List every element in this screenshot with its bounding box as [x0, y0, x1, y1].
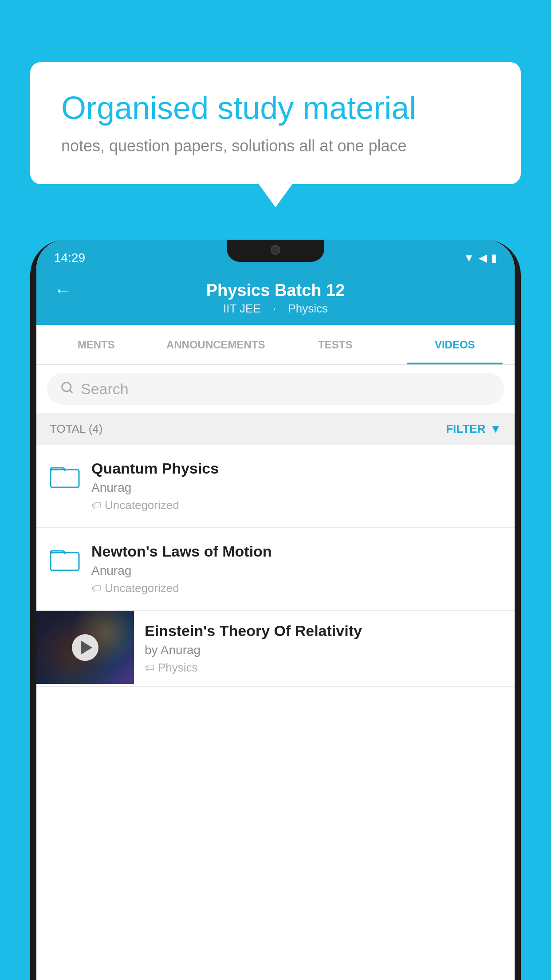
- svg-rect-2: [51, 470, 79, 487]
- bubble-title: Organised study material: [61, 89, 490, 127]
- content-list: Quantum Physics Anurag 🏷 Uncategorized: [36, 445, 515, 980]
- header-top: ← Physics Batch 12: [36, 281, 515, 300]
- filter-bar: TOTAL (4) FILTER ▼: [36, 413, 515, 445]
- search-box[interactable]: Search: [47, 373, 504, 405]
- folder-icon-1: [50, 462, 80, 490]
- phone-inner: 14:29 ▼ ◀ ▮ ← Physics Batch 12 IIT JEE ·…: [36, 240, 515, 980]
- item-author-2: Anurag: [91, 564, 501, 578]
- tab-ments[interactable]: MENTS: [36, 325, 156, 364]
- play-triangle-icon: [81, 640, 92, 655]
- speech-bubble: Organised study material notes, question…: [30, 62, 521, 184]
- tab-videos-label: VIDEOS: [435, 339, 475, 351]
- search-icon: [60, 380, 74, 398]
- phone-frame: 14:29 ▼ ◀ ▮ ← Physics Batch 12 IIT JEE ·…: [30, 240, 521, 980]
- item-title-2: Newton's Laws of Motion: [91, 543, 501, 560]
- tab-announcements-label: ANNOUNCEMENTS: [166, 339, 265, 351]
- battery-icon: ▮: [491, 252, 497, 264]
- play-button-1[interactable]: [72, 634, 98, 661]
- status-time: 14:29: [54, 251, 85, 265]
- header-title: Physics Batch 12: [54, 281, 497, 300]
- svg-rect-3: [51, 553, 79, 570]
- video-tag-label-1: Physics: [158, 661, 198, 675]
- header-subtitle-part1: IIT JEE: [223, 302, 261, 315]
- item-tag-1: 🏷 Uncategorized: [91, 498, 501, 512]
- back-button[interactable]: ←: [54, 281, 71, 300]
- video-content-1: Einstein's Theory Of Relativity by Anura…: [134, 611, 515, 686]
- search-placeholder: Search: [81, 380, 129, 398]
- filter-label: FILTER: [446, 422, 485, 436]
- tag-label-2: Uncategorized: [105, 581, 179, 595]
- svg-line-1: [70, 390, 72, 392]
- bubble-subtitle: notes, question papers, solutions all at…: [61, 137, 490, 155]
- video-tag-icon-1: 🏷: [145, 662, 154, 674]
- item-content-2: Newton's Laws of Motion Anurag 🏷 Uncateg…: [91, 543, 501, 595]
- notch: [227, 240, 324, 262]
- item-tag-2: 🏷 Uncategorized: [91, 581, 501, 595]
- header-subtitle-part2: Physics: [288, 302, 328, 315]
- camera: [271, 245, 280, 255]
- wifi-icon: ▼: [464, 252, 474, 264]
- total-count: TOTAL (4): [50, 422, 102, 436]
- tab-tests-label: TESTS: [318, 339, 352, 351]
- list-item[interactable]: Quantum Physics Anurag 🏷 Uncategorized: [36, 445, 515, 528]
- video-title-1: Einstein's Theory Of Relativity: [145, 622, 504, 640]
- video-item-1[interactable]: Einstein's Theory Of Relativity by Anura…: [36, 611, 515, 687]
- speech-bubble-container: Organised study material notes, question…: [30, 62, 521, 184]
- item-title-1: Quantum Physics: [91, 460, 501, 477]
- item-content-1: Quantum Physics Anurag 🏷 Uncategorized: [91, 460, 501, 512]
- video-author-1: by Anurag: [145, 643, 504, 657]
- header-subtitle-separator: ·: [273, 302, 279, 315]
- video-thumbnail-1: [36, 611, 134, 684]
- signal-icon: ◀: [479, 252, 487, 264]
- header-subtitle: IIT JEE · Physics: [219, 302, 332, 316]
- item-author-1: Anurag: [91, 481, 501, 495]
- app-header: ← Physics Batch 12 IIT JEE · Physics: [36, 272, 515, 325]
- list-item-2[interactable]: Newton's Laws of Motion Anurag 🏷 Uncateg…: [36, 528, 515, 611]
- filter-icon: ▼: [490, 422, 501, 436]
- folder-icon-2: [50, 545, 80, 573]
- search-container: Search: [36, 365, 515, 413]
- tab-announcements[interactable]: ANNOUNCEMENTS: [156, 325, 276, 364]
- tab-tests[interactable]: TESTS: [276, 325, 395, 364]
- tag-icon-2: 🏷: [91, 583, 101, 594]
- tab-ments-label: MENTS: [78, 339, 115, 351]
- filter-button[interactable]: FILTER ▼: [446, 422, 501, 436]
- tag-label-1: Uncategorized: [105, 498, 179, 512]
- video-tag-1: 🏷 Physics: [145, 661, 504, 675]
- tag-icon-1: 🏷: [91, 500, 101, 511]
- status-icons: ▼ ◀ ▮: [464, 252, 497, 264]
- tab-videos[interactable]: VIDEOS: [395, 325, 515, 364]
- tab-bar: MENTS ANNOUNCEMENTS TESTS VIDEOS: [36, 325, 515, 365]
